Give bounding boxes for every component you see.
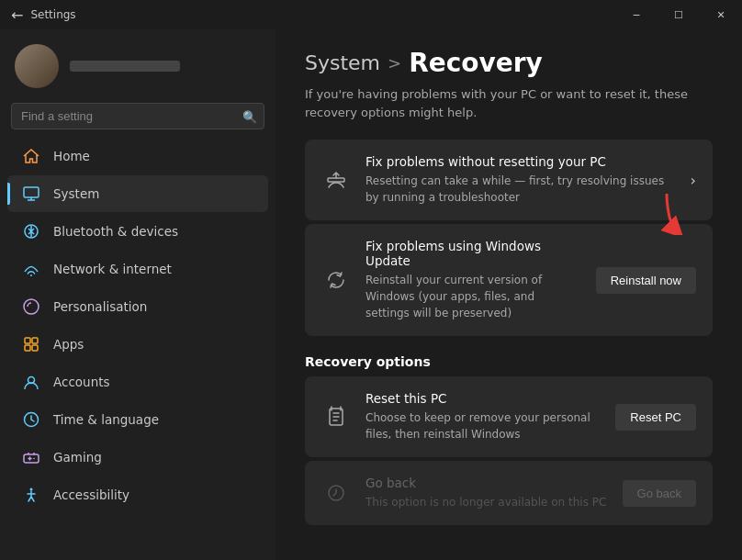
recovery-options-header: Recovery options	[305, 354, 713, 369]
sidebar-item-time[interactable]: Time & language	[7, 401, 268, 438]
fix-no-reset-action[interactable]: ›	[691, 172, 696, 189]
svg-rect-4	[32, 338, 38, 343]
system-icon	[22, 185, 40, 203]
fix-no-reset-desc: Resetting can take a while — first, try …	[365, 173, 676, 206]
main-content: System > Recovery If you're having probl…	[275, 29, 742, 560]
gaming-label: Gaming	[53, 450, 102, 465]
gaming-icon	[22, 448, 40, 466]
bluetooth-icon	[22, 222, 40, 241]
go-back-icon	[321, 478, 351, 508]
sidebar-item-gaming[interactable]: Gaming	[7, 439, 268, 476]
reset-pc-desc: Choose to keep or remove your personal f…	[365, 409, 601, 442]
personalisation-label: Personalisation	[53, 299, 147, 314]
svg-point-11	[30, 488, 33, 491]
titlebar-left: ← Settings	[11, 6, 76, 24]
sidebar-item-accessibility[interactable]: Accessibility	[7, 476, 268, 513]
svg-point-10	[33, 458, 35, 460]
sidebar-item-personalisation[interactable]: Personalisation	[7, 288, 268, 325]
network-icon	[22, 260, 40, 278]
time-label: Time & language	[53, 412, 159, 427]
close-button[interactable]: ✕	[700, 0, 742, 29]
fix-windows-update-card: Fix problems using Windows Update Reinst…	[305, 224, 713, 336]
avatar-image	[15, 44, 59, 88]
app-container: 🔍 Home Syste	[0, 29, 742, 560]
sidebar-nav: Home System Bluetooth	[0, 137, 275, 560]
chevron-right-icon[interactable]: ›	[691, 172, 696, 189]
home-icon	[22, 147, 40, 165]
reset-pc-icon	[321, 402, 351, 431]
sidebar: 🔍 Home Syste	[0, 29, 275, 560]
reinstall-now-action[interactable]: Reinstall now	[596, 267, 696, 294]
go-back-content: Go back This option is no longer availab…	[365, 476, 608, 510]
home-label: Home	[53, 149, 90, 163]
titlebar-controls: ─ ☐ ✕	[615, 0, 742, 29]
go-back-card: Go back This option is no longer availab…	[305, 461, 713, 525]
search-box: 🔍	[11, 103, 264, 129]
fix-windows-update-content: Fix problems using Windows Update Reinst…	[365, 239, 581, 321]
go-back-action: Go back	[623, 480, 696, 507]
svg-rect-12	[328, 178, 344, 182]
sidebar-item-network[interactable]: Network & internet	[7, 251, 268, 287]
sidebar-item-system[interactable]: System	[7, 175, 268, 212]
avatar	[15, 44, 59, 88]
svg-point-2	[30, 274, 32, 276]
reset-pc-content: Reset this PC Choose to keep or remove y…	[365, 391, 601, 442]
breadcrumb-current: Recovery	[409, 48, 543, 78]
time-icon	[22, 410, 40, 429]
accounts-label: Accounts	[53, 375, 110, 389]
breadcrumb-parent: System	[305, 51, 380, 74]
fix-no-reset-card: Fix problems without resetting your PC R…	[305, 140, 713, 220]
titlebar-title: Settings	[30, 8, 75, 21]
svg-rect-3	[25, 338, 30, 343]
apps-label: Apps	[53, 337, 84, 352]
search-input[interactable]	[11, 103, 264, 129]
go-back-desc: This option is no longer available on th…	[365, 494, 608, 510]
svg-rect-6	[32, 345, 38, 351]
personalisation-icon	[22, 297, 40, 316]
sidebar-item-bluetooth[interactable]: Bluetooth & devices	[7, 213, 268, 250]
reset-pc-card: Reset this PC Choose to keep or remove y…	[305, 376, 713, 457]
back-icon[interactable]: ←	[11, 6, 23, 24]
accounts-icon	[22, 373, 40, 391]
svg-rect-0	[24, 187, 39, 197]
reset-pc-title: Reset this PC	[365, 391, 601, 406]
apps-icon	[22, 335, 40, 353]
fix-no-reset-title: Fix problems without resetting your PC	[365, 154, 676, 169]
breadcrumb-separator: >	[388, 53, 401, 73]
system-label: System	[53, 186, 99, 201]
fix-windows-update-desc: Reinstall your current version of Window…	[365, 272, 581, 321]
user-section	[0, 29, 275, 99]
sidebar-item-apps[interactable]: Apps	[7, 326, 268, 363]
reset-pc-button[interactable]: Reset PC	[615, 404, 696, 431]
maximize-button[interactable]: ☐	[658, 0, 700, 29]
user-name-blur	[70, 61, 180, 72]
network-label: Network & internet	[53, 262, 172, 276]
fix-windows-update-icon	[321, 265, 351, 295]
titlebar: ← Settings ─ ☐ ✕	[0, 0, 742, 29]
go-back-button: Go back	[623, 480, 696, 507]
bluetooth-label: Bluetooth & devices	[53, 224, 178, 239]
page-description: If you're having problems with your PC o…	[305, 85, 709, 121]
reset-pc-action[interactable]: Reset PC	[615, 404, 696, 431]
sidebar-item-accounts[interactable]: Accounts	[7, 364, 268, 400]
svg-rect-5	[25, 345, 30, 351]
breadcrumb: System > Recovery	[305, 48, 713, 78]
sidebar-item-home[interactable]: Home	[7, 138, 268, 174]
go-back-title: Go back	[365, 476, 608, 490]
accessibility-label: Accessibility	[53, 487, 129, 502]
search-icon: 🔍	[242, 109, 257, 123]
reinstall-now-button[interactable]: Reinstall now	[596, 267, 696, 294]
accessibility-icon	[22, 486, 40, 504]
fix-no-reset-icon	[321, 165, 351, 195]
fix-windows-update-title: Fix problems using Windows Update	[365, 239, 581, 268]
minimize-button[interactable]: ─	[615, 0, 658, 29]
fix-no-reset-content: Fix problems without resetting your PC R…	[365, 154, 676, 206]
